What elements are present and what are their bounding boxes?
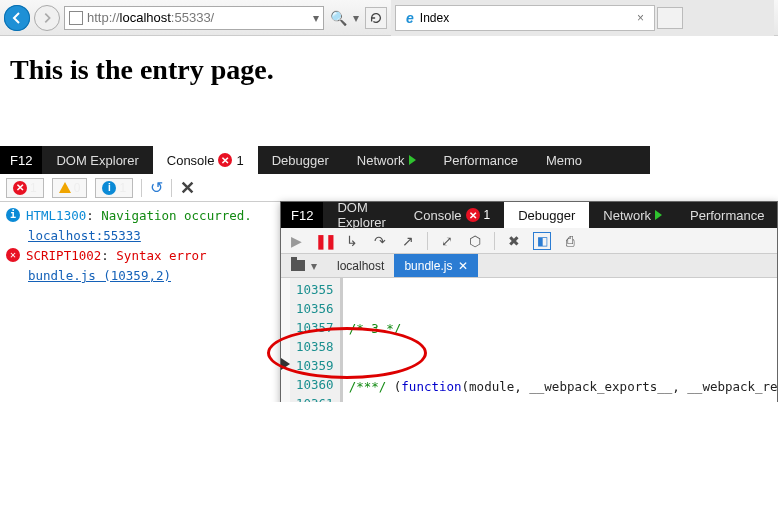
folder-icon [291, 260, 305, 271]
breakpoint-gutter[interactable] [281, 278, 290, 402]
separator [494, 232, 495, 250]
file-tab-localhost[interactable]: localhost [327, 254, 394, 277]
refresh-button[interactable] [365, 7, 387, 29]
page-body: This is the entry page. [0, 36, 778, 146]
arrow-right-icon [41, 12, 53, 24]
filter-info-count: 1 [119, 181, 126, 195]
error-count: 1 [236, 153, 243, 168]
pretty-print-button[interactable]: ⎙ [561, 233, 579, 249]
info-icon: i [102, 181, 116, 195]
just-my-code-button[interactable]: ◧ [533, 232, 551, 250]
tab-dom-explorer[interactable]: DOM Explorer [42, 146, 152, 174]
code-lines[interactable]: /* 3 */ /***/ (function(module, __webpac… [343, 278, 778, 402]
devtools2-tabstrip: F12 DOM Explorer Console ✕ 1 Debugger Ne… [281, 202, 777, 228]
record-icon [655, 210, 662, 220]
separator [141, 179, 142, 197]
debugger-toolbar: ▶ ❚❚ ↳ ↷ ↗ ⤢ ⬡ ✖ ◧ ⎙ [281, 228, 777, 254]
file-tab-label: bundle.js [404, 259, 452, 273]
pause-button[interactable]: ❚❚ [315, 233, 333, 249]
refresh-icon [369, 11, 383, 25]
disconnect-button[interactable]: ✖ [505, 233, 523, 249]
tab-network[interactable]: Network [343, 146, 430, 174]
f12-label: F12 [281, 202, 323, 228]
browser-tab-index[interactable]: e Index × [395, 5, 655, 31]
tab-memory[interactable]: Memo [532, 146, 596, 174]
tab-debugger[interactable]: Debugger [504, 202, 589, 228]
url-text: http://localhost:55333/ [87, 10, 309, 25]
devtools1-tabstrip: F12 DOM Explorer Console ✕ 1 Debugger Ne… [0, 146, 650, 174]
new-tab-button[interactable] [657, 7, 683, 29]
filter-info[interactable]: i 1 [95, 178, 133, 198]
code-editor: 10355 10356 10357 10358 10359 10360 1036… [281, 278, 777, 402]
tab-network[interactable]: Network [589, 202, 676, 228]
break-new-worker-button[interactable]: ⤢ [438, 233, 456, 249]
tab-console-label: Console [414, 208, 462, 223]
msg-code: SCRIPT1002 [26, 248, 101, 263]
tab-network-label: Network [603, 208, 651, 223]
file-tabstrip: ▾ localhost bundle.js ✕ [281, 254, 777, 278]
msg-code: HTML1300 [26, 208, 86, 223]
current-line-arrow-icon [281, 358, 290, 370]
tab-console[interactable]: Console ✕ 1 [153, 146, 258, 174]
step-into-button[interactable]: ↳ [343, 233, 361, 249]
tab-console[interactable]: Console ✕ 1 [400, 202, 504, 228]
exception-behavior-button[interactable]: ⬡ [466, 233, 484, 249]
page-heading: This is the entry page. [10, 54, 768, 86]
step-over-button[interactable]: ↷ [371, 233, 389, 249]
error-badge-icon: ✕ [218, 153, 232, 167]
record-icon [409, 155, 416, 165]
address-bar[interactable]: http://localhost:55333/ ▾ [64, 6, 324, 30]
close-file-button[interactable]: ✕ [458, 259, 468, 273]
filter-warnings[interactable]: 0 [52, 178, 88, 198]
filter-errors[interactable]: ✕ 1 [6, 178, 44, 198]
back-button[interactable] [4, 5, 30, 31]
msg-text: Navigation occurred. [101, 208, 252, 223]
separator [427, 232, 428, 250]
browser-tabs: e Index × [391, 0, 774, 36]
close-tab-button[interactable]: × [637, 11, 644, 25]
devtools-debugger-window: F12 DOM Explorer Console ✕ 1 Debugger Ne… [280, 201, 778, 402]
error-count: 1 [484, 208, 491, 222]
tab-debugger[interactable]: Debugger [258, 146, 343, 174]
folder-picker[interactable]: ▾ [281, 254, 327, 277]
separator [171, 179, 172, 197]
search-icon[interactable]: 🔍 [330, 10, 347, 26]
tab-console-label: Console [167, 153, 215, 168]
search-dropdown-icon[interactable]: ▾ [353, 11, 359, 25]
tab-dom-explorer[interactable]: DOM Explorer [323, 202, 399, 228]
tab-network-label: Network [357, 153, 405, 168]
tab-performance[interactable]: Performance [430, 146, 532, 174]
continue-button[interactable]: ▶ [287, 233, 305, 249]
tab-title: Index [420, 11, 631, 25]
browser-toolbar: http://localhost:55333/ ▾ 🔍 ▾ e Index × [0, 0, 778, 36]
clear-on-navigate-icon[interactable]: ↺ [150, 178, 163, 197]
error-icon: ✕ [13, 181, 27, 195]
clear-button[interactable]: ✕ [180, 177, 195, 199]
console-toolbar: ✕ 1 0 i 1 ↺ ✕ [0, 174, 650, 202]
step-out-button[interactable]: ↗ [399, 233, 417, 249]
forward-button[interactable] [34, 5, 60, 31]
tab-performance[interactable]: Performance [676, 202, 778, 228]
error-icon: ✕ [6, 248, 20, 262]
arrow-left-icon [10, 11, 24, 25]
info-icon: i [6, 208, 20, 222]
warning-icon [59, 182, 71, 193]
filter-warnings-count: 0 [74, 181, 81, 195]
filter-errors-count: 1 [30, 181, 37, 195]
line-number-gutter: 10355 10356 10357 10358 10359 10360 1036… [290, 278, 343, 402]
dropdown-icon[interactable]: ▾ [313, 11, 319, 25]
error-badge-icon: ✕ [466, 208, 480, 222]
f12-label: F12 [0, 146, 42, 174]
msg-text: Syntax error [116, 248, 206, 263]
ie-logo-icon: e [406, 10, 414, 26]
page-icon [69, 11, 83, 25]
file-tab-bundle[interactable]: bundle.js ✕ [394, 254, 478, 277]
